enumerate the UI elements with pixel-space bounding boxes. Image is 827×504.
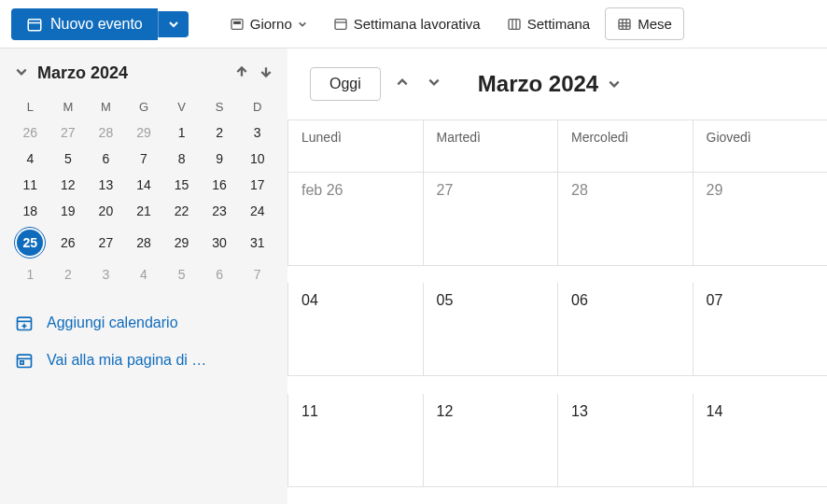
mini-day-cell[interactable]: 15 xyxy=(162,172,201,198)
mini-day-cell[interactable]: 29 xyxy=(162,224,201,261)
mini-day-cell[interactable]: 16 xyxy=(201,172,239,198)
mini-day-cell[interactable]: 2 xyxy=(201,119,239,146)
prev-period[interactable] xyxy=(396,76,409,92)
mini-day-cell[interactable]: 26 xyxy=(11,119,49,146)
mini-dow-header: M xyxy=(87,94,125,119)
mini-day-cell[interactable]: 14 xyxy=(125,172,163,198)
mini-day-cell[interactable]: 6 xyxy=(201,261,239,287)
goto-page-label: Vai alla mia pagina di … xyxy=(47,352,206,369)
view-day-label: Giorno xyxy=(250,16,292,32)
mini-day-cell[interactable]: 28 xyxy=(125,224,163,261)
mini-day-cell[interactable]: 6 xyxy=(87,146,125,172)
week-view-icon xyxy=(507,17,522,32)
mini-day-cell[interactable]: 29 xyxy=(125,119,163,146)
mini-day-cell[interactable]: 3 xyxy=(87,261,125,287)
calendar-cell[interactable]: 14 xyxy=(693,394,828,487)
calendar-cell[interactable]: 29 xyxy=(693,173,828,266)
svg-rect-22 xyxy=(21,361,23,364)
mini-prev-month[interactable] xyxy=(235,65,248,82)
mini-day-cell[interactable]: 24 xyxy=(238,198,276,224)
new-event-button[interactable]: Nuovo evento xyxy=(11,8,158,40)
calendar-header: Oggi Marzo 2024 xyxy=(287,49,827,119)
next-period[interactable] xyxy=(428,76,441,92)
mini-day-cell[interactable]: 21 xyxy=(125,198,163,224)
mini-day-cell[interactable]: 19 xyxy=(49,198,88,224)
mini-day-cell[interactable]: 5 xyxy=(49,146,88,172)
calendar-title[interactable]: Marzo 2024 xyxy=(478,71,621,97)
mini-dow-header: M xyxy=(49,94,88,119)
mini-day-cell[interactable]: 3 xyxy=(238,119,276,146)
mini-dow-header: G xyxy=(125,94,163,119)
calendar-cell[interactable]: 27 xyxy=(423,173,558,266)
mini-day-cell[interactable]: 1 xyxy=(162,119,201,146)
today-button[interactable]: Oggi xyxy=(310,67,381,101)
mini-day-cell[interactable]: 2 xyxy=(49,261,88,287)
mini-day-cell[interactable]: 4 xyxy=(11,146,49,172)
day-header: Giovedì xyxy=(693,120,828,173)
chevron-down-icon xyxy=(608,77,621,91)
svg-rect-4 xyxy=(335,19,346,29)
calendar-icon xyxy=(26,16,43,33)
calendar-grid: LunedìMartedìMercoledìGiovedìfeb 2627282… xyxy=(287,119,827,504)
view-workweek-label: Settimana lavorativa xyxy=(354,16,481,32)
goto-page-link[interactable]: Vai alla mia pagina di … xyxy=(11,351,276,370)
calendar-main: Oggi Marzo 2024 LunedìMartedìMercoledìGi… xyxy=(287,49,827,504)
add-calendar-label: Aggiungi calendario xyxy=(47,315,178,331)
mini-day-cell[interactable]: 7 xyxy=(238,261,276,287)
chevron-down-icon xyxy=(428,76,441,89)
calendar-cell[interactable]: 12 xyxy=(423,394,558,487)
mini-calendar-header: Marzo 2024 xyxy=(11,63,276,83)
calendar-cell[interactable]: 05 xyxy=(423,283,558,376)
mini-day-cell[interactable]: 18 xyxy=(11,198,49,224)
mini-day-cell[interactable]: 31 xyxy=(238,224,276,261)
mini-day-cell[interactable]: 20 xyxy=(87,198,125,224)
view-month[interactable]: Mese xyxy=(605,7,684,40)
calendar-cell[interactable]: 11 xyxy=(287,394,423,487)
chevron-down-icon xyxy=(168,19,179,30)
mini-day-cell[interactable]: 13 xyxy=(87,172,125,198)
mini-day-cell[interactable]: 5 xyxy=(162,261,201,287)
day-header: Martedì xyxy=(423,120,558,173)
chevron-down-icon xyxy=(15,65,28,78)
new-event-dropdown[interactable] xyxy=(158,11,189,37)
day-header: Lunedì xyxy=(287,120,423,173)
mini-day-cell[interactable]: 22 xyxy=(162,198,201,224)
svg-rect-0 xyxy=(28,19,41,30)
calendar-cell[interactable]: 28 xyxy=(557,173,693,266)
calendar-cell[interactable]: feb 26 xyxy=(287,173,423,266)
calendar-cell[interactable]: 13 xyxy=(557,394,693,487)
view-switcher: Giorno Settimana lavorativa Settimana Me… xyxy=(218,7,684,40)
mini-day-cell[interactable]: 27 xyxy=(87,224,125,261)
mini-day-cell[interactable]: 7 xyxy=(125,146,163,172)
mini-day-cell[interactable]: 10 xyxy=(238,146,276,172)
mini-day-cell[interactable]: 11 xyxy=(11,172,49,198)
add-calendar-link[interactable]: Aggiungi calendario xyxy=(11,314,276,332)
collapse-sidebar[interactable] xyxy=(15,65,37,82)
mini-day-cell[interactable]: 4 xyxy=(125,261,163,287)
mini-day-cell[interactable]: 30 xyxy=(201,224,239,261)
mini-day-cell[interactable]: 28 xyxy=(87,119,125,146)
view-workweek[interactable]: Settimana lavorativa xyxy=(322,7,492,40)
mini-calendar-title[interactable]: Marzo 2024 xyxy=(37,63,235,83)
calendar-cell[interactable]: 07 xyxy=(693,283,828,376)
calendar-cell[interactable]: 06 xyxy=(557,283,693,376)
calendar-cell[interactable]: 04 xyxy=(287,283,423,376)
mini-day-cell[interactable]: 12 xyxy=(49,172,88,198)
month-view-icon xyxy=(617,17,632,32)
mini-day-cell[interactable]: 1 xyxy=(11,261,49,287)
mini-day-cell[interactable]: 25 xyxy=(11,224,49,261)
bookings-icon xyxy=(15,351,34,370)
mini-day-cell[interactable]: 23 xyxy=(201,198,239,224)
mini-day-cell[interactable]: 8 xyxy=(162,146,201,172)
add-calendar-icon xyxy=(15,314,34,332)
mini-day-cell[interactable]: 26 xyxy=(49,224,88,261)
view-week-label: Settimana xyxy=(527,16,591,32)
new-event-split-button: Nuovo evento xyxy=(11,8,189,40)
mini-day-cell[interactable]: 9 xyxy=(201,146,239,172)
mini-next-month[interactable] xyxy=(259,65,273,82)
view-day[interactable]: Giorno xyxy=(218,7,318,40)
mini-day-cell[interactable]: 17 xyxy=(238,172,276,198)
chevron-up-icon xyxy=(396,76,409,89)
view-week[interactable]: Settimana xyxy=(496,7,602,40)
mini-day-cell[interactable]: 27 xyxy=(49,119,88,146)
